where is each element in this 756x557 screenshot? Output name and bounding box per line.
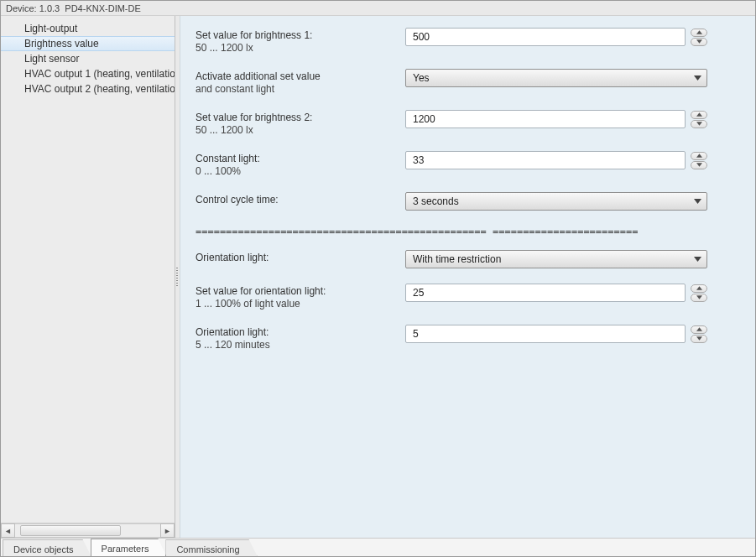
- param-row-orientation-mode: Orientation light: With time restriction: [196, 250, 730, 268]
- brightness1-input[interactable]: 500: [405, 28, 686, 46]
- spin-up-button[interactable]: [691, 284, 707, 293]
- orientation-mode-combo[interactable]: With time restriction: [405, 250, 707, 268]
- param-label: Set value for orientation light: 1 ... 1…: [196, 284, 405, 310]
- param-label: Set value for brightness 1: 50 ... 1200 …: [196, 28, 405, 54]
- sidebar-item-brightness-value[interactable]: Brightness value: [1, 36, 175, 51]
- param-row-brightness2: Set value for brightness 2: 50 ... 1200 …: [196, 110, 730, 136]
- chevron-up-icon: [696, 112, 702, 117]
- device-name: PD4-KNX-DIM-DE: [65, 3, 140, 13]
- sidebar-item-label: Light sensor: [24, 53, 79, 65]
- chevron-left-icon: ◄: [4, 527, 12, 535]
- chevron-down-icon: [696, 39, 702, 44]
- sidebar-item-label: Light-output: [24, 23, 77, 34]
- sidebar-item-label: HVAC output 2 (heating, ventilatio: [24, 83, 175, 95]
- spin-up-button[interactable]: [691, 325, 707, 334]
- chevron-down-icon: [696, 163, 702, 167]
- spin-down-button[interactable]: [691, 161, 707, 169]
- constant-light-spinner: [691, 152, 707, 169]
- param-row-orientation-value: Set value for orientation light: 1 ... 1…: [196, 284, 730, 310]
- activate-additional-combo[interactable]: Yes: [405, 69, 707, 87]
- titlebar: Device: 1.0.3 PD4-KNX-DIM-DE: [1, 1, 755, 16]
- param-row-constant-light: Constant light: 0 ... 100% 33: [196, 151, 730, 177]
- title-prefix: Device:: [6, 3, 37, 13]
- device-address: 1.0.3: [39, 3, 60, 13]
- orientation-time-spinner: [691, 325, 707, 343]
- spin-down-button[interactable]: [691, 294, 707, 302]
- param-label: Activate additional set value and consta…: [196, 69, 405, 95]
- brightness2-input[interactable]: 1200: [405, 110, 686, 128]
- scroll-left-button[interactable]: ◄: [1, 523, 15, 538]
- chevron-down-icon: [696, 295, 702, 299]
- chevron-up-icon: [696, 30, 702, 34]
- sidebar-item-label: HVAC output 1 (heating, ventilation: [24, 68, 175, 80]
- spin-down-button[interactable]: [691, 38, 707, 46]
- sidebar-hscrollbar[interactable]: ◄ ►: [1, 523, 175, 538]
- param-label: Orientation light:: [196, 250, 405, 263]
- splitter[interactable]: [175, 16, 180, 538]
- tab-label: Commissioning: [176, 544, 239, 554]
- combo-value: Yes: [413, 72, 430, 84]
- sidebar: Light-output Brightness value Light sens…: [1, 16, 175, 538]
- spin-up-button[interactable]: [691, 152, 707, 160]
- param-row-orientation-time: Orientation light: 5 ... 120 minutes 5: [196, 325, 730, 351]
- combo-value: With time restriction: [413, 253, 501, 265]
- spin-up-button[interactable]: [691, 111, 707, 119]
- spin-up-button[interactable]: [691, 29, 707, 37]
- brightness2-spinner: [691, 111, 707, 128]
- param-label: Constant light: 0 ... 100%: [196, 151, 405, 177]
- parameter-panel: Set value for brightness 1: 50 ... 1200 …: [180, 16, 755, 538]
- chevron-up-icon: [696, 154, 702, 158]
- brightness1-spinner: [691, 29, 707, 46]
- constant-light-input[interactable]: 33: [405, 151, 686, 169]
- spin-down-button[interactable]: [691, 335, 707, 343]
- device-config-window: Device: 1.0.3 PD4-KNX-DIM-DE Light-outpu…: [0, 0, 756, 557]
- spin-down-button[interactable]: [691, 120, 707, 128]
- scroll-track[interactable]: [15, 523, 160, 538]
- chevron-up-icon: [696, 327, 702, 331]
- sidebar-item-hvac-1[interactable]: HVAC output 1 (heating, ventilation: [1, 66, 175, 81]
- chevron-up-icon: [696, 286, 702, 290]
- orientation-time-input[interactable]: 5: [405, 325, 686, 343]
- param-row-cycle-time: Control cycle time: 3 seconds: [196, 192, 730, 211]
- orientation-value-input[interactable]: 25: [405, 284, 686, 302]
- chevron-down-icon: [696, 122, 702, 126]
- tab-label: Device objects: [13, 544, 74, 554]
- param-row-brightness1: Set value for brightness 1: 50 ... 1200 …: [196, 28, 730, 54]
- body: Light-output Brightness value Light sens…: [1, 16, 755, 538]
- sidebar-item-light-sensor[interactable]: Light sensor: [1, 51, 175, 66]
- sidebar-item-label: Brightness value: [24, 38, 99, 49]
- chevron-down-icon: [694, 75, 701, 81]
- section-divider: ========================================…: [196, 226, 649, 238]
- sidebar-item-light-output[interactable]: Light-output: [1, 21, 175, 36]
- tab-device-objects[interactable]: Device objects: [3, 539, 91, 556]
- param-row-activate-additional: Activate additional set value and consta…: [196, 69, 730, 95]
- combo-value: 3 seconds: [413, 195, 459, 207]
- tab-label: Parameters: [102, 544, 149, 554]
- tab-commissioning[interactable]: Commissioning: [165, 539, 257, 556]
- param-label: Set value for brightness 2: 50 ... 1200 …: [196, 110, 405, 136]
- tab-parameters[interactable]: Parameters: [91, 539, 167, 556]
- sidebar-item-hvac-2[interactable]: HVAC output 2 (heating, ventilatio: [1, 81, 175, 96]
- bottom-tabstrip: Device objects Parameters Commissioning: [1, 538, 755, 556]
- scroll-thumb[interactable]: [20, 525, 121, 536]
- chevron-right-icon: ►: [164, 527, 171, 535]
- chevron-down-icon: [694, 257, 701, 262]
- param-label: Control cycle time:: [196, 192, 405, 206]
- chevron-down-icon: [694, 199, 701, 204]
- scroll-right-button[interactable]: ►: [160, 523, 175, 538]
- chevron-down-icon: [696, 336, 702, 341]
- param-label: Orientation light: 5 ... 120 minutes: [196, 325, 405, 351]
- nav-tree: Light-output Brightness value Light sens…: [1, 16, 175, 523]
- orientation-value-spinner: [691, 284, 707, 302]
- cycle-time-combo[interactable]: 3 seconds: [405, 192, 707, 211]
